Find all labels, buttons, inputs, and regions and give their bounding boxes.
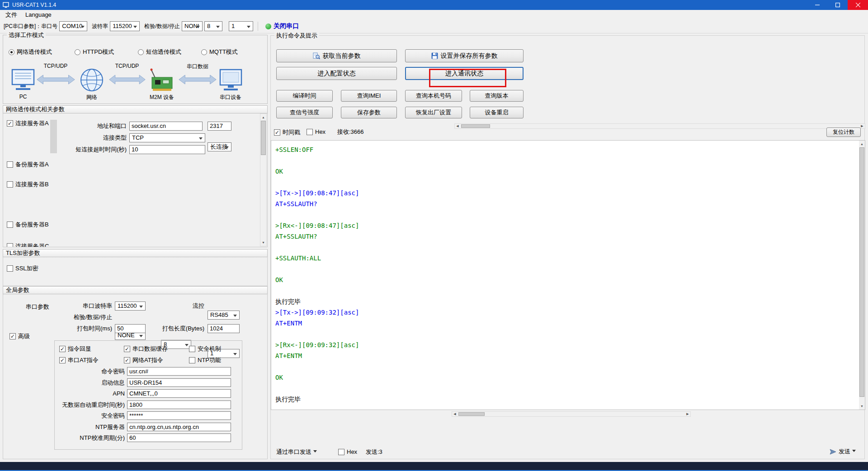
field-label: APN (55, 389, 125, 398)
cmd-echo-checkbox[interactable]: 指令回显 (59, 345, 91, 353)
log-line (275, 177, 856, 188)
menu-file[interactable]: 文件 (2, 10, 21, 20)
flow-label: 流控 (175, 301, 204, 311)
scroll-track[interactable] (458, 412, 685, 416)
checkbox-label: Hex (347, 448, 357, 455)
com-port-select[interactable]: COM10 (59, 21, 87, 31)
checkbox-label: 串口AT指令 (68, 356, 99, 364)
scroll-thumb[interactable] (458, 412, 485, 416)
field-input[interactable]: ****** (127, 411, 231, 420)
checkbox-box (124, 346, 130, 352)
scroll-left-arrow[interactable]: ◀ (452, 412, 458, 416)
flow-select[interactable]: RS485 (208, 311, 240, 320)
conn-type-label: 连接类型 (58, 133, 127, 142)
net-params-scrollbar[interactable]: ▲ ▼ (260, 113, 267, 246)
log-v-scrollbar[interactable]: ▲ ▼ (859, 141, 865, 410)
advanced-checkbox[interactable]: 高级 (9, 332, 30, 340)
statusbar (0, 462, 868, 471)
safe-mech-checkbox[interactable]: 安全机制 (189, 345, 221, 353)
packtime-input[interactable]: 50 (115, 324, 146, 333)
close-button[interactable] (848, 0, 868, 10)
log-line: AT+SSLAUTH? (275, 198, 856, 209)
bottom-h-scrollbar[interactable]: ◀ ▶ (452, 411, 691, 417)
query-version-button[interactable]: 查询版本 (470, 90, 524, 102)
parity-label: 检验/数据/停止 (144, 23, 180, 30)
field-input[interactable]: usr.cn# (127, 367, 231, 376)
conn-type-select[interactable]: TCP (129, 133, 205, 142)
maximize-button[interactable] (827, 0, 848, 10)
radio-sms[interactable]: 短信透传模式 (138, 48, 181, 56)
packlen-input[interactable]: 1024 (208, 324, 240, 333)
databits-select[interactable]: 8 (204, 21, 222, 31)
close-port-button[interactable]: 关闭串口 (274, 22, 299, 30)
backup-a-checkbox[interactable]: 备份服务器A (7, 160, 49, 169)
backup-b-checkbox[interactable]: 备份服务器B (7, 221, 49, 229)
ssl-checkbox[interactable]: SSL加密 (7, 264, 38, 273)
scroll-track[interactable] (260, 121, 266, 239)
field-input[interactable]: USR-DR154 (127, 378, 231, 387)
save-params-button[interactable]: 设置并保存所有参数 (405, 49, 524, 62)
parity-select[interactable]: NONI (182, 21, 203, 31)
stopbits-select[interactable]: 1 (229, 21, 253, 31)
radio-dot (75, 49, 80, 55)
scroll-down-arrow[interactable]: ▼ (859, 403, 865, 410)
scroll-thumb[interactable] (859, 147, 864, 397)
field-label: 无数据自动重启时间(秒) (55, 400, 125, 409)
compile-time-button[interactable]: 编译时间 (276, 90, 333, 102)
send-via-dropdown[interactable]: 通过串口发送 (276, 447, 317, 457)
scroll-right-arrow[interactable]: ▶ (685, 412, 690, 416)
query-imei-button[interactable]: 查询IMEI (341, 90, 397, 102)
send-button[interactable]: 发送 (830, 447, 856, 456)
scroll-track[interactable] (460, 124, 859, 128)
server-b-checkbox[interactable]: 连接服务器B (7, 180, 49, 188)
log-line: OK (275, 166, 856, 177)
send-hex-checkbox[interactable]: Hex (338, 448, 357, 455)
scroll-left-arrow[interactable]: ◀ (455, 124, 460, 128)
server-a-checkbox[interactable]: 连接服务器A (7, 119, 49, 127)
radio-httpd[interactable]: HTTPD模式 (75, 48, 114, 56)
factory-reset-button[interactable]: 恢复出厂设置 (405, 107, 462, 118)
get-params-button[interactable]: 获取当前参数 (276, 49, 397, 62)
link2-label: TCP/UDP (104, 63, 150, 69)
device-reboot-button[interactable]: 设备重启 (470, 107, 524, 118)
menu-language[interactable]: Language (22, 10, 55, 19)
recv-hex-checkbox[interactable]: Hex (307, 128, 326, 135)
field-input[interactable]: CMNET,,,0 (127, 389, 231, 398)
scroll-track[interactable] (859, 147, 865, 403)
server-a-address-input[interactable]: socket.usr.cn (129, 122, 203, 131)
save-settings-button[interactable]: 保存参数 (341, 107, 397, 118)
query-number-button[interactable]: 查询本机号码 (405, 90, 462, 102)
scroll-thumb[interactable] (461, 124, 490, 128)
signal-strength-button[interactable]: 查信号强度 (276, 107, 333, 118)
radio-net-passthrough[interactable]: 网络透传模式 (9, 48, 52, 56)
serial-cache-checkbox[interactable]: 串口数据缓存 (124, 345, 168, 353)
radio-mqtt[interactable]: MQTT模式 (201, 48, 238, 56)
log-area[interactable]: +SSLEN:OFF OK >[Tx->][09:08:47][asc]AT+S… (271, 140, 865, 410)
scroll-up-arrow[interactable]: ▲ (260, 114, 266, 121)
baud-select[interactable]: 115200 (110, 21, 140, 31)
serial-at-checkbox[interactable]: 串口AT指令 (59, 356, 99, 364)
scroll-down-arrow[interactable]: ▼ (260, 239, 266, 246)
ntp-checkbox[interactable]: NTP功能 (189, 356, 221, 364)
field-input[interactable]: 60 (127, 433, 231, 442)
top-h-scrollbar[interactable]: ◀ ▶ (454, 123, 865, 129)
minimize-button[interactable] (807, 0, 827, 10)
enter-config-button[interactable]: 进入配置状态 (276, 67, 397, 80)
field-input[interactable]: 1800 (127, 400, 231, 409)
field-input[interactable]: cn.ntp.org.cn,us.ntp.org.cn (127, 423, 231, 431)
net-at-checkbox[interactable]: 网络AT指令 (124, 356, 163, 364)
server-a-port-input[interactable]: 2317 (208, 122, 231, 131)
conn-mode-select[interactable]: 长连接 (208, 142, 231, 151)
checkbox-label: 备份服务器A (15, 160, 49, 169)
addr-port-label: 地址和端口 (58, 122, 127, 131)
scroll-up-arrow[interactable]: ▲ (859, 141, 865, 147)
checkbox-label: 高级 (18, 332, 30, 340)
global-params-title: 全局参数 (6, 286, 29, 294)
work-mode-title: 选择工作模式 (7, 31, 46, 39)
reset-count-button[interactable]: 复位计数 (826, 127, 861, 137)
server-c-checkbox[interactable]: 连接服务器C (7, 242, 49, 247)
scroll-thumb[interactable] (261, 121, 266, 155)
serial-baud-select[interactable]: 115200 (115, 301, 146, 311)
timestamp-checkbox[interactable]: 时间戳 (274, 128, 300, 137)
short-timeout-input[interactable]: 10 (129, 145, 205, 154)
